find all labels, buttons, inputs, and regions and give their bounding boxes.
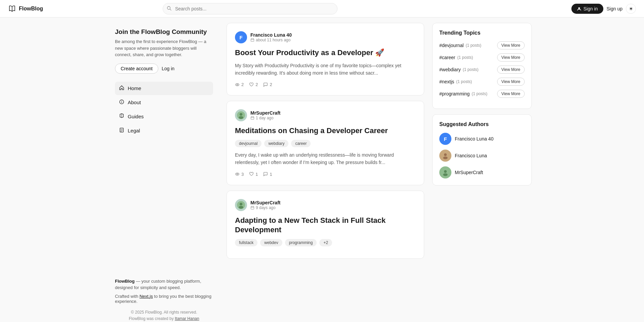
sidebar-join: Join the FlowBlog Community Be among the…: [115, 28, 213, 82]
avatar: [439, 166, 451, 178]
sidebar-footer: FlowBlog — your custom blogging platform…: [115, 270, 213, 322]
right-sidebar: Trending Topics #devjournal (1 posts) Vi…: [430, 23, 537, 322]
views-count: 3: [235, 172, 244, 177]
home-icon: [119, 85, 124, 92]
view-more-button[interactable]: View More: [497, 78, 525, 86]
sidebar-item-guides[interactable]: Guides: [115, 110, 213, 123]
post-excerpt: Every day, I wake up with an underlying …: [235, 151, 416, 166]
author-name[interactable]: Francisco Luna: [455, 153, 487, 158]
footer-desc: FlowBlog — your custom blogging platform…: [115, 278, 213, 291]
post-time: 1 day ago: [250, 116, 280, 120]
trending-widget: Trending Topics #devjournal (1 posts) Vi…: [432, 23, 532, 109]
svg-point-27: [240, 203, 242, 205]
author-name: MrSuperCraft: [250, 200, 280, 205]
svg-point-19: [239, 116, 243, 119]
author-name: Francisco Luna 40: [250, 32, 292, 38]
topic-name[interactable]: #career: [439, 55, 455, 60]
post-card: F Francisco Luna 40 about 11 hours ago: [227, 23, 424, 95]
svg-point-2: [578, 7, 580, 9]
svg-point-25: [237, 174, 238, 175]
topic-row: #webdiary (1 posts) View More: [439, 66, 525, 74]
topic-name[interactable]: #webdiary: [439, 67, 461, 72]
creator-link[interactable]: Itamar Hanan: [175, 316, 199, 321]
avatar: F: [439, 133, 451, 145]
post-excerpt: My Story with Productivity Productivity …: [235, 62, 416, 77]
guides-icon: [119, 113, 124, 120]
legal-icon: [119, 127, 124, 134]
avatar: F: [235, 31, 247, 43]
sidebar-item-about[interactable]: About: [115, 96, 213, 109]
sidebar-item-home[interactable]: Home: [115, 82, 213, 95]
post-time: 9 days ago: [250, 205, 280, 210]
sidebar-item-label: Home: [128, 85, 141, 91]
svg-point-16: [237, 84, 238, 85]
svg-point-38: [443, 173, 447, 176]
eye-icon: [235, 82, 240, 87]
likes-count[interactable]: 2: [249, 82, 258, 87]
login-button[interactable]: Log in: [162, 64, 174, 74]
logo[interactable]: FlowBlog: [8, 5, 43, 13]
topic-count: (1 posts): [463, 67, 479, 72]
search-input[interactable]: [163, 3, 337, 14]
join-buttons: Create account Log in: [115, 64, 213, 74]
topic-count: (1 posts): [457, 55, 473, 60]
sidebar-item-legal[interactable]: Legal: [115, 124, 213, 137]
sidebar: Join the FlowBlog Community Be among the…: [107, 23, 221, 322]
logo-text: FlowBlog: [19, 6, 43, 12]
create-account-button[interactable]: Create account: [115, 64, 158, 74]
views-count: 2: [235, 82, 244, 87]
join-desc: Be among the first to experience FlowBlo…: [115, 38, 213, 58]
topic-row: #devjournal (1 posts) View More: [439, 41, 525, 49]
theme-toggle-button[interactable]: ☀: [626, 4, 636, 14]
author-info: Francisco Luna 40 about 11 hours ago: [250, 32, 292, 42]
post-title[interactable]: Boost Your Productivity as a Developer 🚀: [235, 48, 416, 58]
svg-point-28: [239, 206, 243, 208]
view-more-button[interactable]: View More: [497, 53, 525, 62]
post-tags: devjournal webdiary career: [235, 140, 416, 147]
post-tag[interactable]: career: [291, 140, 311, 147]
author-name[interactable]: Francisco Luna 40: [455, 136, 493, 142]
topic-row: #programming (1 posts) View More: [439, 90, 525, 98]
avatar: [235, 199, 247, 211]
suggested-author-row: MrSuperCraft: [439, 166, 525, 178]
nextjs-link[interactable]: Next.js: [139, 294, 153, 299]
post-tag[interactable]: webdiary: [264, 140, 288, 147]
view-more-button[interactable]: View More: [497, 90, 525, 98]
logo-icon: [8, 5, 16, 13]
post-tag[interactable]: devjournal: [235, 140, 261, 147]
eye-icon: [235, 172, 240, 176]
post-time: about 11 hours ago: [250, 38, 292, 42]
avatar: [235, 109, 247, 121]
post-tag[interactable]: programming: [285, 239, 317, 246]
clock-icon: [250, 206, 254, 210]
author-info: MrSuperCraft 1 day ago: [250, 110, 280, 120]
comments-count[interactable]: 2: [263, 82, 272, 87]
avatar: [439, 150, 451, 162]
feed: F Francisco Luna 40 about 11 hours ago: [221, 23, 430, 322]
signup-button[interactable]: Sign up: [607, 6, 622, 11]
signin-button[interactable]: Sign in: [571, 4, 603, 14]
post-tag[interactable]: +2: [319, 239, 332, 246]
join-title: Join the FlowBlog Community: [115, 28, 213, 36]
topic-row: #nextjs (1 posts) View More: [439, 78, 525, 86]
view-more-button[interactable]: View More: [497, 66, 525, 74]
topic-name[interactable]: #devjournal: [439, 43, 464, 48]
svg-point-18: [240, 113, 242, 116]
post-title[interactable]: Meditations on Chasing a Developer Caree…: [235, 126, 416, 136]
sidebar-nav: Home About: [115, 82, 213, 138]
comment-icon: [263, 172, 268, 176]
suggested-author-row: F Francisco Luna 40: [439, 133, 525, 145]
topic-name[interactable]: #nextjs: [439, 79, 454, 84]
likes-count[interactable]: 1: [249, 172, 258, 177]
svg-point-24: [236, 173, 239, 175]
comments-count[interactable]: 1: [263, 172, 272, 177]
post-tag[interactable]: fullstack: [235, 239, 257, 246]
post-tag[interactable]: webdev: [260, 239, 282, 246]
post-title[interactable]: Adapting to a New Tech Stack in Full Sta…: [235, 216, 416, 235]
topic-name[interactable]: #programming: [439, 91, 470, 96]
author-name[interactable]: MrSuperCraft: [455, 170, 483, 175]
post-actions: 2 2 2: [235, 82, 416, 87]
topic-count: (1 posts): [456, 79, 472, 84]
view-more-button[interactable]: View More: [497, 41, 525, 49]
suggested-title: Suggested Authors: [439, 121, 525, 127]
